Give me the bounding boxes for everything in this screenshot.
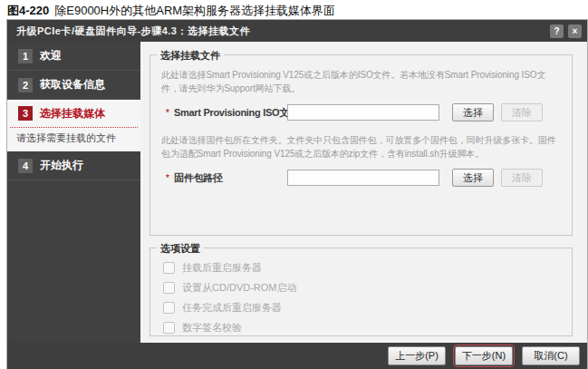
step-4-execute[interactable]: 4 开始执行 [7,151,140,180]
checkbox-restart-after-mount-label: 挂载后重启服务器 [182,261,262,275]
checkbox-boot-from-cddvd-label: 设置从CD/DVD-ROM启动 [182,281,297,295]
previous-button[interactable]: 上一步(P) [388,346,446,365]
figure-caption-text: 除E9000H外的其他ARM架构服务器选择挂载媒体界面 [54,4,335,17]
iso-file-label: Smart Provisioning ISO文件 [174,106,287,120]
wizard-steps-sidebar: 1 欢迎 2 获取设备信息 3 选择挂载媒体 请选择需要挂载的文件 4 [7,42,140,343]
step-3-row: 3 选择挂载媒体 [7,100,140,127]
checkbox-unchecked-icon [163,322,175,334]
dialog-titlebar: 升级PCIe卡/硬盘固件向导-步骤4.3：选择挂载文件 ? × [7,20,587,42]
options-section: 选项设置 挂载后重启服务器 设置从CD/DVD-ROM启动 任务完成后重启服务器 [149,248,573,336]
firmware-path-label: 固件包路径 [174,171,287,185]
checkbox-row-boot-from-cddvd: 设置从CD/DVD-ROM启动 [163,277,561,297]
step-3-label: 选择挂载媒体 [40,106,105,121]
close-icon[interactable]: × [568,24,582,38]
checkbox-unchecked-icon [163,302,175,314]
sidebar-filler [7,180,140,343]
checkbox-unchecked-icon [163,262,175,274]
step-4-label: 开始执行 [40,158,83,173]
step-2-label: 获取设备信息 [40,77,105,92]
iso-file-input[interactable] [287,104,439,121]
figure-number: 图4-220 [7,4,49,17]
figure-caption: 图4-220除E9000H外的其他ARM架构服务器选择挂载媒体界面 [7,3,335,19]
options-section-title: 选项设置 [157,242,204,256]
required-asterisk: * [161,172,174,183]
dialog-body: 1 欢迎 2 获取设备信息 3 选择挂载媒体 请选择需要挂载的文件 4 [7,42,587,343]
checkbox-restart-after-task-label: 任务完成后重启服务器 [182,301,282,315]
next-button[interactable]: 下一步(N) [455,346,513,365]
iso-clear-button-disabled: 清除 [501,103,543,121]
firmware-path-row: * 固件包路径 选择 清除 [161,169,561,187]
mount-file-section-title: 选择挂载文件 [157,49,224,63]
checkbox-row-restart-after-mount: 挂载后重启服务器 [163,257,561,277]
step-2-number: 2 [18,78,33,92]
iso-hint-text: 此处请选择Smart Provisioning V125或之后版本的ISO文件。… [161,68,561,95]
checkbox-row-digital-signature: 数字签名校验 [163,317,561,337]
wizard-dialog: 升级PCIe卡/硬盘固件向导-步骤4.3：选择挂载文件 ? × 1 欢迎 2 获… [7,20,587,369]
mount-file-section: 选择挂载文件 此处请选择Smart Provisioning V125或之后版本… [149,54,573,236]
step-3-number: 3 [18,106,33,121]
firmware-path-input[interactable] [287,170,439,186]
firmware-select-button[interactable]: 选择 [452,169,494,187]
dialog-title: 升级PCIe卡/硬盘固件向导-步骤4.3：选择挂载文件 [16,24,545,38]
step-4-number: 4 [18,159,33,173]
help-icon[interactable]: ? [550,24,564,38]
iso-file-row: * Smart Provisioning ISO文件 选择 清除 [161,103,561,121]
step-2-device-info[interactable]: 2 获取设备信息 [7,71,140,100]
checkbox-digital-signature-label: 数字签名校验 [182,321,242,335]
firmware-hint-text: 此处请选择固件包所在文件夹。文件夹中只包含固件包，可放置多个固件包，同时升级多张… [161,133,561,160]
firmware-clear-button-disabled: 清除 [501,169,543,187]
checkbox-row-restart-after-task: 任务完成后重启服务器 [163,297,561,317]
step-1-welcome[interactable]: 1 欢迎 [7,42,140,71]
required-asterisk: * [161,107,174,118]
footer-bar: 上一步(P) 下一步(N) 取消(C) [7,343,587,369]
checkbox-unchecked-icon [163,282,175,294]
step-3-subtitle: 请选择需要挂载的文件 [7,128,140,151]
page: 图4-220除E9000H外的其他ARM架构服务器选择挂载媒体界面 升级PCIe… [0,0,588,369]
cancel-button[interactable]: 取消(C) [522,346,580,365]
step-3-select-media-active[interactable]: 3 选择挂载媒体 请选择需要挂载的文件 [7,100,140,151]
step-1-number: 1 [18,49,33,63]
main-panel: 选择挂载文件 此处请选择Smart Provisioning V125或之后版本… [140,42,587,343]
iso-select-button[interactable]: 选择 [452,103,494,121]
step-1-label: 欢迎 [40,48,62,63]
